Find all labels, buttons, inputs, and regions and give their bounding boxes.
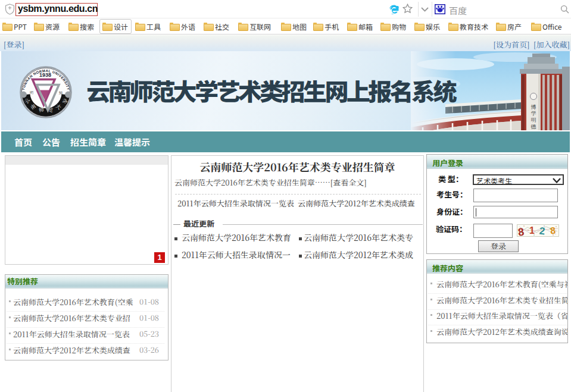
svg-text:2: 2: [539, 225, 545, 237]
svg-text:1: 1: [529, 225, 535, 236]
svg-text:明: 明: [30, 90, 33, 95]
svg-text:知: 知: [59, 90, 63, 95]
svg-text:德: 德: [531, 123, 536, 130]
svg-text:8: 8: [550, 225, 556, 236]
svg-text:1938: 1938: [39, 72, 51, 78]
